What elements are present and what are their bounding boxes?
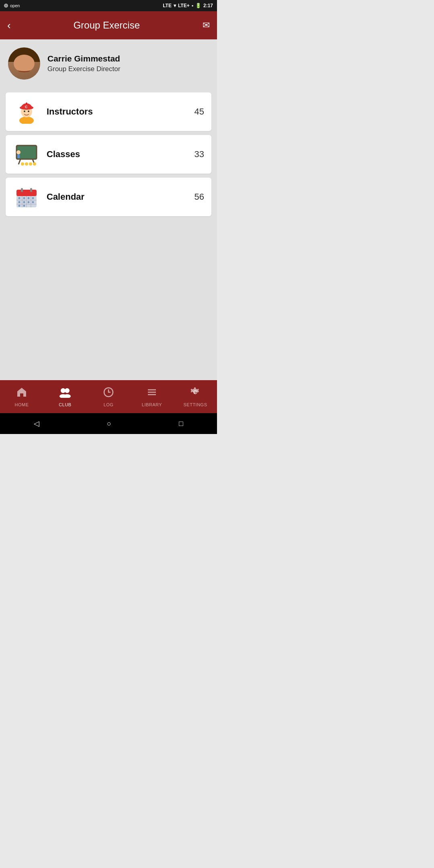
time-display: 2:17 — [203, 3, 213, 8]
svg-point-29 — [32, 197, 34, 199]
battery-icon: 🔋 — [195, 3, 201, 8]
mail-button[interactable]: ✉ — [203, 20, 210, 31]
system-home-button[interactable]: ○ — [107, 420, 111, 428]
nav-club-label: CLUB — [59, 402, 71, 407]
lteplus-icon: LTE+ — [178, 3, 190, 8]
profile-role: Group Exercise Director — [47, 65, 120, 73]
svg-rect-20 — [30, 188, 32, 192]
svg-line-9 — [18, 159, 20, 164]
nav-settings[interactable]: SETTINGS — [174, 387, 217, 407]
svg-point-34 — [18, 205, 20, 207]
classes-count: 33 — [194, 149, 204, 160]
svg-rect-18 — [16, 190, 37, 196]
svg-point-5 — [24, 111, 25, 112]
instructors-label: Instructors — [47, 106, 188, 117]
svg-point-3 — [26, 102, 27, 104]
svg-point-37 — [65, 388, 70, 393]
system-nav: ◁ ○ □ — [0, 413, 217, 434]
calendar-count: 56 — [194, 192, 204, 202]
svg-point-28 — [28, 197, 30, 199]
nav-home-label: HOME — [15, 402, 29, 407]
instructors-item[interactable]: C Instructors 45 — [6, 92, 211, 131]
nav-log-label: LOG — [104, 402, 114, 407]
svg-point-15 — [29, 162, 32, 166]
classes-item[interactable]: Classes 33 — [6, 135, 211, 174]
svg-point-27 — [23, 197, 25, 199]
calendar-label: Calendar — [47, 192, 188, 202]
svg-point-16 — [33, 162, 36, 166]
back-button[interactable]: ‹ — [7, 19, 11, 32]
calendar-item[interactable]: Calendar 56 — [6, 178, 211, 216]
nav-library[interactable]: LIBRARY — [130, 387, 174, 407]
svg-point-14 — [25, 162, 28, 166]
instructors-count: 45 — [194, 106, 204, 117]
main-content: C Instructors 45 — [0, 87, 217, 236]
home-icon — [16, 387, 27, 401]
nav-library-label: LIBRARY — [142, 402, 162, 407]
svg-point-32 — [28, 201, 30, 203]
empty-space — [0, 236, 217, 380]
bottom-nav: HOME CLUB LOG — [0, 380, 217, 413]
system-back-button[interactable]: ◁ — [34, 419, 39, 428]
library-icon — [146, 387, 158, 401]
profile-name: Carrie Gimmestad — [47, 54, 120, 63]
log-icon — [103, 387, 114, 401]
app-bar: ‹ Group Exercise ✉ — [0, 11, 217, 39]
nav-club[interactable]: CLUB — [43, 387, 87, 407]
avatar — [8, 47, 40, 80]
status-left: open — [4, 3, 20, 8]
svg-point-6 — [28, 111, 29, 112]
profile-section: Carrie Gimmestad Group Exercise Director — [0, 39, 217, 87]
svg-point-0 — [19, 117, 34, 124]
calendar-icon — [13, 183, 40, 211]
signal-icon: ▪ — [192, 3, 193, 8]
profile-info: Carrie Gimmestad Group Exercise Director — [47, 54, 120, 73]
svg-point-33 — [32, 201, 34, 203]
status-bar: open LTE ▾ LTE+ ▪ 🔋 2:17 — [0, 0, 217, 11]
svg-point-13 — [21, 162, 24, 166]
svg-point-11 — [16, 150, 20, 154]
club-icon — [59, 387, 71, 401]
nav-settings-label: SETTINGS — [183, 402, 207, 407]
status-dot — [4, 4, 8, 8]
classes-label: Classes — [47, 149, 188, 160]
page-title: Group Exercise — [11, 20, 203, 31]
wifi-icon: ▾ — [174, 3, 176, 8]
settings-icon — [190, 387, 201, 401]
svg-rect-12 — [17, 154, 20, 158]
svg-point-30 — [18, 201, 20, 203]
nav-home[interactable]: HOME — [0, 387, 43, 407]
classes-icon — [13, 141, 40, 168]
svg-text:C: C — [25, 105, 28, 109]
svg-point-26 — [18, 197, 20, 199]
system-recent-button[interactable]: □ — [179, 420, 183, 428]
lte-icon: LTE — [163, 3, 172, 8]
instructors-icon: C — [13, 98, 40, 125]
status-app-name: open — [10, 3, 20, 8]
nav-log[interactable]: LOG — [87, 387, 130, 407]
status-right: LTE ▾ LTE+ ▪ 🔋 2:17 — [163, 3, 213, 8]
svg-rect-19 — [21, 188, 23, 192]
svg-point-35 — [23, 205, 25, 207]
svg-point-31 — [23, 201, 25, 203]
